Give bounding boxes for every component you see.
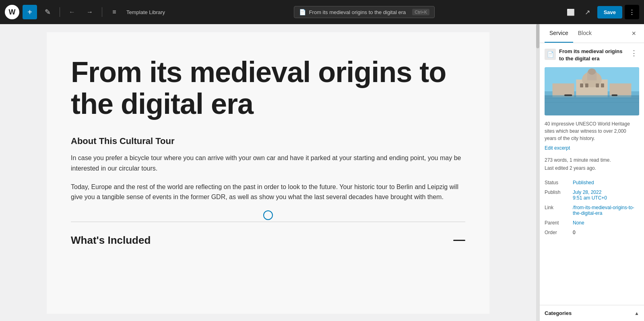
svg-rect-9 — [580, 84, 583, 88]
edit-excerpt-link[interactable]: Edit excerpt — [545, 145, 639, 151]
redo-button[interactable]: → — [83, 5, 97, 19]
svg-rect-13 — [545, 95, 639, 115]
link-label: Link — [545, 203, 573, 218]
settings-button[interactable]: ⋮ — [625, 5, 639, 19]
list-view-button[interactable]: ≡ — [107, 5, 122, 19]
save-button[interactable]: Save — [597, 6, 622, 19]
doc-header: 📄 From its medieval origins to the digit… — [545, 48, 639, 62]
post-title[interactable]: From its medieval origins to the digital… — [71, 56, 465, 120]
meta-table: Status Published Publish July 28, 2022 9… — [545, 178, 639, 237]
doc-title: From its medieval origins to the digital… — [559, 48, 625, 62]
divider-icon-area — [71, 210, 465, 220]
order-label: Order — [545, 228, 573, 237]
canvas-area[interactable]: From its medieval origins to the digital… — [0, 24, 536, 321]
venice-svg — [545, 67, 639, 115]
link-value[interactable]: /from-its-medieval-origins-to-the-digita… — [573, 203, 639, 218]
svg-rect-10 — [585, 84, 588, 88]
doc-menu-button[interactable]: ⋮ — [629, 48, 639, 58]
link-row: Link /from-its-medieval-origins-to-the-d… — [545, 203, 639, 218]
sidebar-close-button[interactable]: × — [628, 26, 639, 41]
publish-time: 9:51 am UTC+0 — [573, 195, 639, 201]
template-label: Template Library — [126, 9, 165, 15]
view-mode-button[interactable]: ⬜ — [564, 5, 578, 19]
venice-image — [545, 67, 639, 115]
publish-label: Publish — [545, 187, 573, 203]
tab-service[interactable]: Service — [545, 24, 573, 43]
add-block-button[interactable]: + — [23, 5, 37, 19]
publish-date: July 28, 2022 — [573, 189, 639, 195]
toolbar-divider-1 — [60, 7, 60, 17]
categories-label: Categories — [545, 310, 572, 316]
canvas-content: From its medieval origins to the digital… — [47, 32, 489, 314]
doc-excerpt: 40 impressive UNESCO World Heritage site… — [545, 120, 639, 142]
publish-row: Publish July 28, 2022 9:51 am UTC+0 — [545, 187, 639, 203]
svg-rect-12 — [601, 84, 604, 88]
parent-label: Parent — [545, 218, 573, 228]
toolbar-divider-2 — [102, 7, 102, 17]
status-row: Status Published — [545, 178, 639, 187]
right-sidebar: Service Block × 📄 From its medieval orig… — [539, 24, 644, 321]
categories-header[interactable]: Categories ▲ — [540, 305, 644, 321]
parent-row: Parent None — [545, 218, 639, 228]
section-heading[interactable]: About This Cultural Tour — [71, 136, 465, 146]
tab-block[interactable]: Block — [573, 24, 597, 43]
svg-rect-16 — [564, 95, 572, 96]
toolbar-right: ⬜ ↗ Save ⋮ — [564, 5, 639, 19]
canvas-scrollbar[interactable] — [536, 24, 539, 321]
status-label: Status — [545, 178, 573, 187]
doc-thumbnail — [545, 67, 639, 115]
command-shortcut: Ctrl+K — [412, 9, 429, 15]
sidebar-tabs: Service Block × — [540, 24, 644, 43]
svg-rect-11 — [596, 84, 599, 88]
command-bar-text: From its medieval origins to the digital… — [309, 9, 406, 15]
status-value[interactable]: Published — [573, 178, 639, 187]
svg-rect-17 — [611, 95, 617, 96]
wp-logo-icon[interactable]: W — [5, 5, 19, 19]
canvas-scrollbar-thumb[interactable] — [536, 24, 539, 48]
parent-value[interactable]: None — [573, 218, 639, 228]
toolbar: W + ✎ ← → ≡ Template Library 📄 From its … — [0, 0, 644, 24]
collapse-icon[interactable] — [453, 240, 465, 241]
body-text-2[interactable]: Today, Europe and the rest of the world … — [71, 182, 465, 202]
whats-included-title[interactable]: What's Included — [71, 234, 151, 247]
svg-point-6 — [588, 69, 596, 75]
edit-button[interactable]: ✎ — [40, 5, 55, 19]
body-text-1[interactable]: In case you prefer a bicycle tour where … — [71, 153, 465, 173]
order-row: Order 0 — [545, 228, 639, 237]
order-value: 0 — [573, 228, 639, 237]
chevron-up-icon: ▲ — [634, 311, 639, 316]
doc-meta-edited: Last edited 2 years ago. — [545, 165, 639, 172]
toolbar-center: 📄 From its medieval origins to the digit… — [168, 6, 560, 18]
document-icon: 📄 — [299, 9, 306, 15]
sidebar-body: 📄 From its medieval origins to the digit… — [540, 43, 644, 305]
external-link-button[interactable]: ↗ — [580, 5, 595, 19]
command-bar[interactable]: 📄 From its medieval origins to the digit… — [294, 6, 435, 18]
whats-included-row: What's Included — [71, 234, 465, 247]
main-area: From its medieval origins to the digital… — [0, 24, 644, 321]
doc-meta: 273 words, 1 minute read time. Last edit… — [545, 156, 639, 172]
undo-button[interactable]: ← — [65, 5, 79, 19]
document-icon: 📄 — [545, 49, 556, 60]
publish-value[interactable]: July 28, 2022 9:51 am UTC+0 — [573, 187, 639, 203]
doc-meta-words: 273 words, 1 minute read time. — [545, 156, 639, 164]
circle-icon — [263, 210, 273, 220]
horizontal-rule — [71, 222, 465, 222]
